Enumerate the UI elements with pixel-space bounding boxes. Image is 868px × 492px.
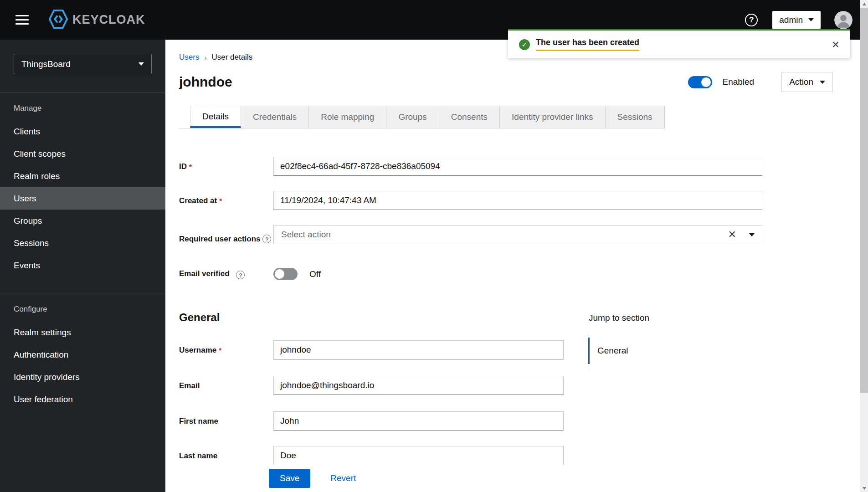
chevron-down-icon xyxy=(820,81,825,84)
email-label: Email xyxy=(179,376,273,390)
last-name-input[interactable] xyxy=(273,446,564,465)
action-dropdown-button[interactable]: Action xyxy=(781,72,833,92)
sidebar-item-user-federation[interactable]: User federation xyxy=(0,388,165,410)
scrollbar-thumb[interactable] xyxy=(860,8,868,393)
created-at-label: Created at* xyxy=(179,191,273,205)
enabled-toggle-label: Enabled xyxy=(722,77,754,87)
tab-identity-provider-links[interactable]: Identity provider links xyxy=(499,106,605,128)
help-icon[interactable]: ? xyxy=(745,14,758,26)
field-row-required-user-actions: Required user actions ? Select action ✕ xyxy=(179,225,860,244)
email-verified-state-label: Off xyxy=(309,269,321,279)
field-row-created-at: Created at* xyxy=(179,191,860,210)
field-row-last-name: Last name xyxy=(179,446,860,465)
tab-consents[interactable]: Consents xyxy=(439,106,500,128)
chevron-down-icon[interactable] xyxy=(749,233,755,236)
breadcrumb-current: User details xyxy=(211,53,252,62)
tab-details[interactable]: Details xyxy=(190,106,241,128)
breadcrumb-users-link[interactable]: Users xyxy=(179,53,199,62)
required-user-actions-label: Required user actions ? xyxy=(179,225,273,244)
id-input[interactable] xyxy=(273,157,762,176)
help-icon[interactable]: ? xyxy=(262,235,271,243)
user-menu-dropdown[interactable]: admin xyxy=(772,11,821,29)
field-row-id: ID* xyxy=(179,157,860,176)
chevron-down-icon xyxy=(139,62,144,66)
tab-role-mapping[interactable]: Role mapping xyxy=(308,106,386,128)
required-asterisk: * xyxy=(189,163,192,170)
field-row-first-name: First name xyxy=(179,411,860,430)
realm-selector[interactable]: ThingsBoard xyxy=(14,54,152,74)
jump-to-section-heading: Jump to section xyxy=(589,313,707,323)
first-name-input[interactable] xyxy=(273,411,564,430)
sidebar-item-sessions[interactable]: Sessions xyxy=(0,232,165,254)
sidebar-item-identity-providers[interactable]: Identity providers xyxy=(0,366,165,388)
nav-section-configure: Configure xyxy=(0,293,165,321)
sidebar-item-users[interactable]: Users xyxy=(0,187,165,210)
sidebar-item-client-scopes[interactable]: Client scopes xyxy=(0,143,165,165)
sidebar-item-realm-settings[interactable]: Realm settings xyxy=(0,321,165,343)
close-icon[interactable]: × xyxy=(832,40,839,49)
realm-selector-value: ThingsBoard xyxy=(21,59,71,69)
main-content: Users › User details johndoe Enabled Act… xyxy=(165,40,860,492)
avatar[interactable] xyxy=(834,11,853,29)
tab-bar: Details Credentials Role mapping Groups … xyxy=(179,106,665,128)
first-name-label: First name xyxy=(179,411,273,426)
field-row-email-verified: Email verified ? Off xyxy=(179,268,860,280)
tab-credentials[interactable]: Credentials xyxy=(241,106,309,128)
select-placeholder: Select action xyxy=(281,230,331,240)
email-verified-toggle[interactable] xyxy=(273,268,298,280)
last-name-label: Last name xyxy=(179,446,273,461)
chevron-down-icon xyxy=(808,18,814,21)
username-input[interactable] xyxy=(273,340,564,359)
sidebar-item-groups[interactable]: Groups xyxy=(0,210,165,232)
keycloak-hexagon-icon xyxy=(48,8,69,32)
required-asterisk: * xyxy=(219,346,221,354)
created-at-input[interactable] xyxy=(273,191,762,210)
success-check-icon: ✓ xyxy=(519,39,530,50)
jump-link-general[interactable]: General xyxy=(588,338,707,364)
tab-sessions[interactable]: Sessions xyxy=(605,106,665,128)
nav-toggle-icon[interactable] xyxy=(15,15,29,25)
form-actions-footer: Save Revert xyxy=(165,465,860,492)
sidebar: ThingsBoard Manage Clients Client scopes… xyxy=(0,40,165,492)
action-dropdown-label: Action xyxy=(789,77,813,87)
field-row-username: Username* xyxy=(179,340,860,359)
email-verified-label: Email verified ? xyxy=(179,269,273,279)
enabled-toggle[interactable] xyxy=(688,76,712,88)
tab-groups[interactable]: Groups xyxy=(386,106,439,128)
jump-to-section-list: General xyxy=(589,332,707,369)
success-toast: ✓ The user has been created × xyxy=(508,29,850,58)
required-asterisk: * xyxy=(219,197,222,205)
general-section-heading: General xyxy=(179,311,860,324)
keycloak-logo[interactable]: KEYCLOAK xyxy=(48,8,145,32)
vertical-scrollbar[interactable] xyxy=(860,0,868,492)
jump-to-section-panel: Jump to section General xyxy=(589,313,707,369)
required-user-actions-select[interactable]: Select action ✕ xyxy=(273,225,762,244)
brand-text: KEYCLOAK xyxy=(72,13,145,27)
sidebar-item-clients[interactable]: Clients xyxy=(0,120,165,143)
user-menu-label: admin xyxy=(779,15,803,25)
help-icon[interactable]: ? xyxy=(236,271,245,279)
breadcrumb-separator: › xyxy=(204,54,206,62)
page-title: johndoe xyxy=(179,74,232,90)
revert-button[interactable]: Revert xyxy=(330,473,356,483)
clear-selection-icon[interactable]: ✕ xyxy=(728,230,736,240)
username-label: Username* xyxy=(179,340,273,355)
scroll-down-icon[interactable] xyxy=(860,484,868,492)
sidebar-item-authentication[interactable]: Authentication xyxy=(0,343,165,366)
sidebar-item-events[interactable]: Events xyxy=(0,254,165,277)
id-label: ID* xyxy=(179,157,273,171)
sidebar-item-realm-roles[interactable]: Realm roles xyxy=(0,165,165,187)
save-button[interactable]: Save xyxy=(269,469,310,488)
field-row-email: Email xyxy=(179,376,860,395)
toast-message: The user has been created xyxy=(536,38,639,51)
scroll-up-icon[interactable] xyxy=(860,0,868,8)
user-details-form: ID* Created at* Required user actions ? … xyxy=(165,157,860,465)
email-input[interactable] xyxy=(273,376,564,395)
page-header-row: johndoe Enabled Action xyxy=(165,72,860,92)
nav-section-manage: Manage xyxy=(0,92,165,120)
